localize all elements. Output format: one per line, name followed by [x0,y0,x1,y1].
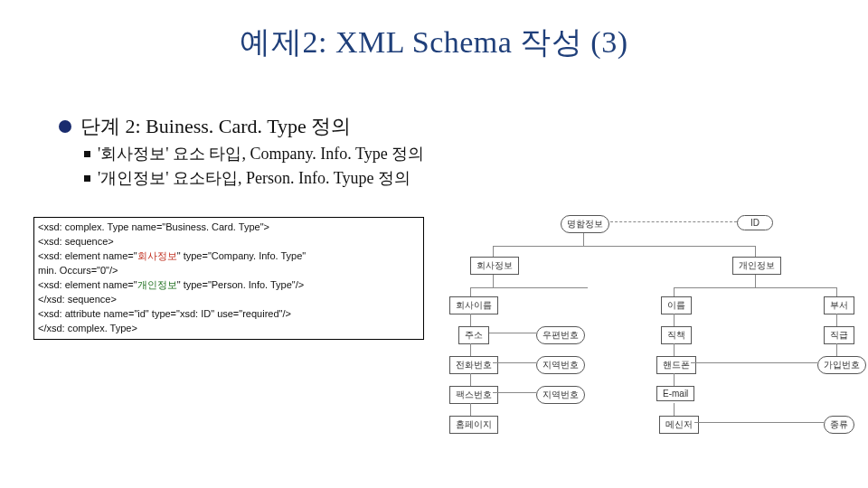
connector-icon [674,287,836,288]
node-p-rank: 직책 [661,326,692,344]
connector-icon [470,343,471,356]
bullet-icon [59,120,71,133]
node-p-email: E-mail [656,386,694,401]
tree-diagram: 명함정보 ID 회사정보 개인정보 회사이름 주소 우편번호 전화번호 지역번호… [439,215,856,455]
node-p-kind: 종류 [824,416,854,434]
code-line: <xsd: complex. Type name="Business. Card… [38,221,420,235]
connector-icon [470,314,471,326]
node-p-join: 가입번호 [817,356,866,374]
connector-icon [470,287,588,288]
node-c-tel: 전화번호 [449,356,498,374]
node-c-area2: 지역번호 [536,386,585,404]
connector-icon [493,246,494,257]
connector-icon [674,403,675,416]
node-c-fax: 팩스번호 [449,386,498,404]
page-title: 예제2: XML Schema 작성 (3) [0,0,868,63]
node-p-name: 이름 [661,296,692,314]
code-line: min. Occurs="0"/> [38,264,420,278]
node-c-home: 홈페이지 [449,416,498,434]
node-c-addr: 주소 [458,326,489,344]
connector-icon [583,233,584,246]
connector-icon [836,287,837,296]
connector-icon [836,314,837,326]
node-p-dept: 부서 [824,296,854,314]
connector-icon [610,221,737,222]
node-id: ID [737,215,773,230]
code-line: <xsd: sequence> [38,235,420,249]
connector-icon [470,287,471,296]
code-line: </xsd: complex. Type> [38,322,420,336]
node-p-msg: 메신저 [659,416,699,434]
connector-icon [674,287,675,296]
square-icon [84,175,90,182]
heading-text: 단계 2: Buiness. Card. Type 정의 [80,113,351,140]
node-c-area: 지역번호 [536,356,585,374]
connector-icon [489,333,536,333]
connector-icon [674,343,675,356]
connector-icon [755,246,756,257]
sub-row-1: '회사정보' 요소 타입, Company. Info. Type 정의 [84,143,800,164]
connector-icon [470,403,471,416]
connector-icon [493,275,494,287]
connector-icon [694,422,824,423]
connector-icon [836,343,837,356]
connector-icon [691,362,817,363]
connector-icon [493,392,536,393]
connector-icon [674,373,675,386]
node-company: 회사정보 [470,257,519,275]
code-line: </xsd: sequence> [38,293,420,307]
node-p-mobile: 핸드폰 [656,356,696,374]
sub-text-2: '개인정보' 요소타입, Person. Info. Tyupe 정의 [98,167,410,189]
code-line: <xsd: element name="개인정보" type="Person. … [38,278,420,293]
code-box: <xsd: complex. Type name="Business. Card… [33,217,424,340]
connector-icon [755,275,756,287]
connector-icon [674,314,675,326]
code-line: <xsd: attribute name="id" type="xsd: ID"… [38,307,420,322]
sub-row-2: '개인정보' 요소타입, Person. Info. Tyupe 정의 [84,167,800,189]
node-p-title: 직급 [824,326,854,344]
sub-text-1: '회사정보' 요소 타입, Company. Info. Type 정의 [98,143,424,164]
node-c-zip: 우편번호 [536,326,585,344]
node-root: 명함정보 [561,215,609,233]
node-c-name: 회사이름 [449,296,498,314]
connector-icon [493,362,536,363]
content-block: 단계 2: Buiness. Card. Type 정의 '회사정보' 요소 타… [59,113,800,189]
node-person: 개인정보 [732,257,781,275]
connector-icon [470,373,471,386]
code-line: <xsd: element name="회사정보" type="Company.… [38,249,420,264]
connector-icon [493,246,755,247]
square-icon [84,151,90,157]
heading-row: 단계 2: Buiness. Card. Type 정의 [59,113,800,140]
